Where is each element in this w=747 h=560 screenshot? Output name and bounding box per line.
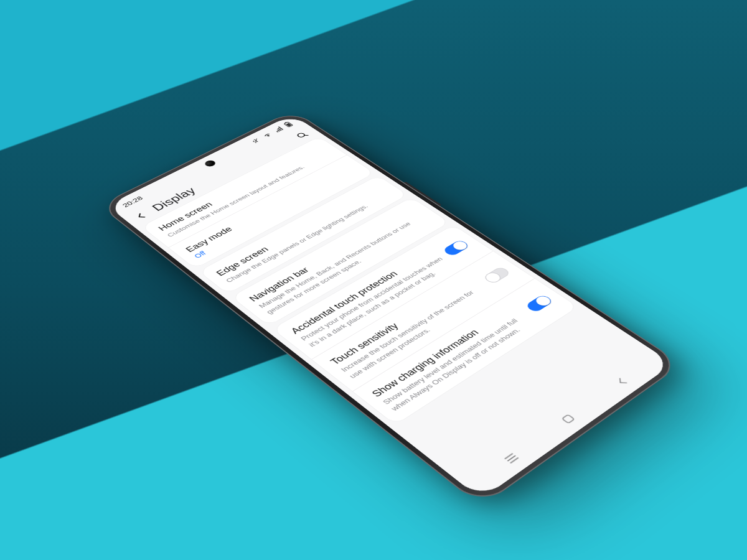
wallpaper: 20:28 xyxy=(0,0,747,560)
battery-icon xyxy=(283,121,294,128)
settings-row-text: Show charging informationShow battery le… xyxy=(369,303,539,413)
nav-recents-button[interactable] xyxy=(500,450,522,467)
svg-line-10 xyxy=(508,456,515,461)
back-icon xyxy=(611,375,632,389)
system-nav-bar xyxy=(455,347,674,499)
toggle-knob xyxy=(533,294,553,307)
mute-icon xyxy=(250,137,261,144)
toggle-knob xyxy=(451,240,469,251)
settings-row-subtitle: Increase the touch sensitivity of the sc… xyxy=(339,282,496,381)
toggle-knob xyxy=(483,271,502,284)
wifi-icon xyxy=(261,131,273,139)
nav-home-button[interactable] xyxy=(558,411,579,426)
screen: 20:28 xyxy=(106,114,673,499)
settings-row[interactable]: Show charging informationShow battery le… xyxy=(352,278,578,424)
home-icon xyxy=(558,411,579,426)
search-icon xyxy=(293,130,311,140)
settings-row-text: Touch sensitivityIncrease the touch sens… xyxy=(328,274,496,380)
svg-line-8 xyxy=(304,134,308,136)
settings-row-title: Show charging information xyxy=(369,303,521,399)
settings-row-title: Touch sensitivity xyxy=(328,274,479,366)
signal-icon xyxy=(273,126,284,133)
svg-line-9 xyxy=(505,454,512,459)
settings-toggle[interactable] xyxy=(442,239,471,256)
svg-rect-0 xyxy=(276,131,279,132)
settings-toggle[interactable] xyxy=(524,294,553,313)
nav-back-button[interactable] xyxy=(611,375,632,389)
svg-rect-3 xyxy=(278,126,283,130)
recents-icon xyxy=(500,450,522,467)
phone-frame: 20:28 xyxy=(98,110,682,506)
svg-line-11 xyxy=(510,458,518,463)
settings-row-subtitle: Show battery level and estimated time un… xyxy=(380,311,538,413)
svg-rect-12 xyxy=(562,414,575,423)
settings-toggle[interactable] xyxy=(482,266,512,284)
chevron-left-icon xyxy=(131,210,149,222)
